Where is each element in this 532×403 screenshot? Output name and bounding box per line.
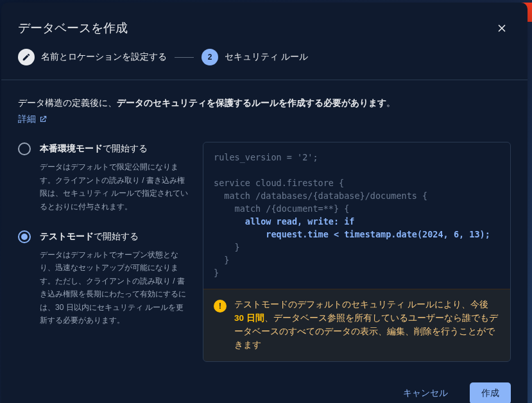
mode-production-strong: 本番環境モード (40, 143, 103, 153)
warning-post: 、データベース参照を所有しているユーザーなら誰でもデータベースのすべてのデータの… (234, 313, 498, 350)
step-1[interactable]: 名前とロケーションを設定する (18, 49, 167, 65)
mode-test-strong: テストモード (40, 231, 94, 241)
mode-production-text: 本番環境モードで開始する データはデフォルトで限定公開になります。クライアントの… (40, 142, 190, 213)
intro-bold: データのセキュリティを保護するルールを作成する必要があります (117, 98, 386, 108)
code-l4: match /databases/{database}/documents { (214, 191, 427, 201)
intro-suffix: 。 (386, 98, 395, 108)
step-1-label: 名前とロケーションを設定する (41, 51, 167, 63)
stepper: 名前とロケーションを設定する 2 セキュリティ ルール (1, 49, 528, 80)
modal-title: データベースを作成 (18, 20, 128, 37)
radio-production[interactable] (18, 142, 31, 155)
mode-production-title: 本番環境モードで開始する (40, 142, 190, 155)
warning-pre: テストモードのデフォルトのセキュリティ ルールにより、今後 (234, 300, 488, 309)
warning-box: ! テストモードのデフォルトのセキュリティ ルールにより、今後 30 日間、デー… (203, 289, 510, 361)
mode-production-rest: で開始する (103, 143, 148, 153)
step-2-circle: 2 (202, 49, 218, 65)
step-connector (175, 57, 194, 58)
learn-more-label: 詳細 (18, 114, 36, 125)
mode-test-rest: で開始する (94, 231, 139, 241)
step-1-circle (18, 49, 35, 65)
mode-option-production[interactable]: 本番環境モードで開始する データはデフォルトで限定公開になります。クライアントの… (18, 142, 190, 213)
close-button[interactable] (493, 19, 511, 37)
code-l3: service cloud.firestore { (214, 178, 344, 188)
mode-production-desc: データはデフォルトで限定公開になります。クライアントの読み取り / 書き込み権限… (40, 160, 190, 213)
external-link-icon (39, 115, 47, 124)
rules-code: rules_version = '2'; service cloud.fires… (203, 142, 510, 289)
mode-test-desc: データはデフォルトでオープン状態となり、迅速なセットアップが可能になります。ただ… (40, 248, 190, 327)
modal-footer: キャンセル 作成 (1, 368, 528, 403)
step-2-label: セキュリティ ルール (225, 51, 308, 63)
content-row: 本番環境モードで開始する データはデフォルトで限定公開になります。クライアントの… (18, 142, 511, 361)
code-l9: } (214, 255, 229, 265)
code-l7a (214, 229, 266, 239)
step-2[interactable]: 2 セキュリティ ルール (202, 49, 308, 65)
modal-body: データ構造の定義後に、データのセキュリティを保護するルールを作成する必要がありま… (1, 80, 528, 368)
warning-text: テストモードのデフォルトのセキュリティ ルールにより、今後 30 日間、データベ… (234, 298, 500, 352)
mode-options: 本番環境モードで開始する データはデフォルトで限定公開になります。クライアントの… (18, 142, 190, 361)
code-l6b: allow read, write: if (245, 216, 355, 227)
mode-option-test[interactable]: テストモードで開始する データはデフォルトでオープン状態となり、迅速なセットアッ… (18, 230, 190, 327)
code-l1: rules_version = '2'; (214, 152, 318, 162)
code-l6a (214, 216, 245, 227)
warning-icon: ! (214, 300, 227, 313)
create-button[interactable]: 作成 (470, 382, 511, 403)
code-l10: } (214, 268, 219, 278)
cancel-button[interactable]: キャンセル (391, 382, 459, 403)
step-2-number: 2 (208, 53, 212, 62)
code-l7b: request.time < timestamp.date(2024, 6, 1… (266, 229, 490, 239)
intro-prefix: データ構造の定義後に、 (18, 98, 117, 108)
modal-header: データベースを作成 (1, 3, 528, 49)
rules-panel: rules_version = '2'; service cloud.fires… (203, 142, 511, 361)
mode-test-title: テストモードで開始する (40, 230, 190, 243)
radio-test[interactable] (18, 230, 31, 243)
create-database-modal: データベースを作成 名前とロケーションを設定する 2 セキュリティ ルール デー… (1, 3, 528, 403)
code-l5: match /{document=**} { (214, 203, 349, 214)
mode-test-text: テストモードで開始する データはデフォルトでオープン状態となり、迅速なセットアッ… (40, 230, 190, 327)
pencil-icon (22, 53, 31, 62)
close-icon (496, 22, 508, 34)
intro-text: データ構造の定義後に、データのセキュリティを保護するルールを作成する必要がありま… (18, 96, 511, 110)
learn-more-link[interactable]: 詳細 (18, 114, 47, 125)
warning-period: 30 日間 (234, 313, 264, 323)
code-l8: } (214, 242, 240, 252)
